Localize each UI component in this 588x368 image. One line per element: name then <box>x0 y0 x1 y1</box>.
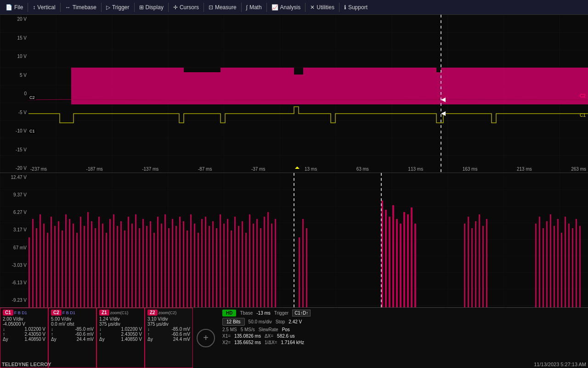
c1-badge: C1 <box>3 310 13 316</box>
z1-badge: Z1 <box>99 310 109 316</box>
svg-rect-98 <box>539 217 540 322</box>
right-info-panel: HD Tbase -13 ms Trigger C1↑D↑ 12 Bits 50… <box>219 308 588 368</box>
bottom-grid: Z1 Z2 Z2 <box>0 173 588 322</box>
svg-rect-65 <box>234 217 236 322</box>
svg-rect-57 <box>205 217 206 322</box>
dx-value: 582.6 us <box>277 334 294 339</box>
stop-value: 2.42 V <box>288 319 302 324</box>
menu-file[interactable]: 📄 File <box>2 2 27 12</box>
bottom-y-axis: 12.47 V 9.37 V 6.27 V 3.17 V 67 mV -3.03… <box>0 173 28 322</box>
svg-rect-84 <box>396 219 398 322</box>
tbase-value: -13 ms <box>256 310 271 316</box>
oscilloscope-display: C2 C1 20 V 15 V 10 V 5 V 0 -5 V -10 V -1… <box>0 15 588 322</box>
svg-rect-12 <box>40 214 41 322</box>
svg-rect-61 <box>220 214 221 322</box>
svg-rect-69 <box>249 214 250 322</box>
svg-rect-1 <box>0 15 588 172</box>
svg-rect-32 <box>113 214 114 322</box>
math-icon: ∫ <box>246 4 248 11</box>
hd-button[interactable]: HD <box>222 310 236 316</box>
menu-display[interactable]: ⊞ Display <box>136 2 167 12</box>
dx-label: ΔX= <box>265 334 273 339</box>
svg-rect-44 <box>157 217 158 322</box>
trigger-ch: C1↑D↑ <box>292 310 311 316</box>
svg-rect-46 <box>164 214 166 322</box>
timebase-icon: ↔ <box>65 4 71 11</box>
bits-button[interactable]: 12 Bits <box>222 318 245 326</box>
svg-rect-103 <box>557 219 559 322</box>
svg-rect-10 <box>32 219 34 322</box>
inv-dx-value: 1.7164 kHz <box>281 340 304 345</box>
svg-rect-73 <box>264 217 265 322</box>
svg-rect-71 <box>256 219 258 322</box>
menu-utilities[interactable]: ✕ Utilities <box>306 2 338 12</box>
svg-rect-83 <box>392 205 394 322</box>
svg-rect-91 <box>468 217 469 322</box>
support-icon: ℹ <box>344 4 346 11</box>
menu-support[interactable]: ℹ Support <box>340 2 371 12</box>
svg-rect-23 <box>80 217 81 322</box>
c1-info-block: C1 F B D1 2.00 V/div -4.05000 V ↓ 1.0220… <box>0 308 48 368</box>
c2-badge: C2 <box>51 310 62 316</box>
cursors-icon: ✛ <box>173 4 178 11</box>
svg-rect-76 <box>275 219 276 322</box>
svg-text:C1: C1 <box>580 113 586 118</box>
branding: TELEDYNE LECROY <box>2 362 51 367</box>
svg-rect-105 <box>565 217 566 322</box>
menubar: 📄 File ↕ Vertical ↔ Timebase ▷ Trigger ⊞… <box>0 0 588 15</box>
status-bar: C1 F B D1 2.00 V/div -4.05000 V ↓ 1.0220… <box>0 307 588 368</box>
x2-value: 135.6652 ms <box>234 340 261 345</box>
top-x-axis: -237 ms -187 ms -137 ms -87 ms -37 ms 13… <box>28 167 588 172</box>
svg-rect-63 <box>227 219 228 322</box>
menu-analysis[interactable]: 📈 Analysis <box>268 2 305 12</box>
ms-label: 2.5 MS <box>222 327 237 332</box>
x1-label: X1= <box>222 334 231 339</box>
menu-measure[interactable]: ⊡ Measure <box>205 2 240 12</box>
x1-value: 135.0826 ms <box>234 334 261 339</box>
svg-rect-101 <box>550 214 551 322</box>
trigger-label: Trigger <box>274 310 288 316</box>
svg-rect-86 <box>403 212 405 322</box>
top-y-axis: 20 V 15 V 10 V 5 V 0 -5 V -10 V -15 V -2… <box>0 15 28 172</box>
svg-rect-108 <box>576 219 577 322</box>
slew-value: Pos <box>282 327 290 332</box>
svg-rect-20 <box>69 219 70 322</box>
svg-rect-87 <box>407 214 409 322</box>
top-grid: C2 C1 <box>0 15 588 172</box>
z1-info-block: Z1 zoom(C1) 1.24 V/div 375 μs/div ↓ 1.02… <box>96 308 145 368</box>
menu-math[interactable]: ∫ Math <box>243 2 266 12</box>
svg-rect-19 <box>65 214 67 322</box>
svg-rect-48 <box>172 219 173 322</box>
rate2: 5 MS/s <box>241 327 255 332</box>
c2-badge-top: C2 <box>28 95 36 100</box>
svg-rect-53 <box>190 214 192 322</box>
svg-rect-81 <box>385 210 387 322</box>
z2-badge: Z2 <box>147 310 158 316</box>
inv-dx-label: 1/ΔX= <box>265 340 277 345</box>
menu-vertical[interactable]: ↕ Vertical <box>29 2 59 12</box>
svg-rect-36 <box>128 217 129 322</box>
vertical-icon: ↕ <box>33 4 35 11</box>
svg-rect-25 <box>87 212 89 322</box>
sample-rate: 50.0 ms/div <box>249 319 272 324</box>
trigger-icon: ▷ <box>106 4 110 11</box>
svg-rect-28 <box>98 217 100 322</box>
stop-label: Stop <box>276 319 285 324</box>
svg-rect-78 <box>302 219 304 322</box>
datetime: 11/13/2023 5:27:13 AM <box>534 362 586 367</box>
bottom-waveform-panel: Z1 Z2 Z2 12.47 V 9.37 V 6.27 V 3.17 V 67… <box>0 173 588 322</box>
svg-rect-15 <box>51 217 52 322</box>
svg-rect-96 <box>486 219 487 322</box>
analysis-icon: 📈 <box>271 4 278 11</box>
measure-icon: ⊡ <box>209 4 213 11</box>
add-channel-button[interactable]: + <box>197 329 215 347</box>
slew-label: SlewRate <box>259 327 278 332</box>
menu-trigger[interactable]: ▷ Trigger <box>102 2 133 12</box>
c1-badge-top: C1 <box>28 129 36 133</box>
tbase-label: Tbase <box>240 310 253 316</box>
menu-timebase[interactable]: ↔ Timebase <box>62 2 100 12</box>
svg-rect-94 <box>479 214 480 322</box>
svg-marker-3 <box>441 98 446 102</box>
svg-text:C2: C2 <box>580 93 586 98</box>
menu-cursors[interactable]: ✛ Cursors <box>170 2 203 12</box>
